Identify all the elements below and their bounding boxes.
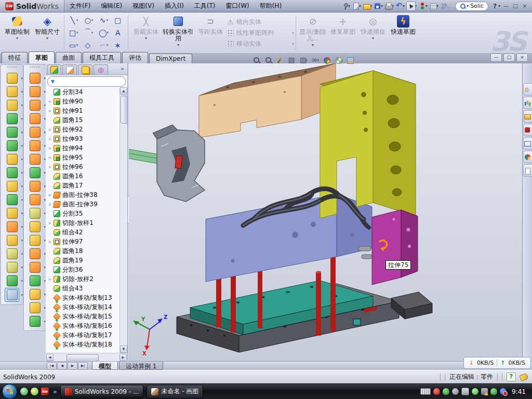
tree-item[interactable]: 拉伸91 bbox=[47, 106, 119, 115]
solidworks-quicklaunch-icon[interactable]: SW bbox=[41, 388, 49, 395]
expand-arrow-icon[interactable] bbox=[47, 145, 53, 151]
reference-geometry-icon[interactable]: ▾ bbox=[5, 234, 19, 247]
dropdown-caret-icon[interactable]: ▾ bbox=[76, 43, 78, 47]
tab-nav-button[interactable]: ◀ bbox=[57, 362, 67, 370]
dropdown-caret-icon[interactable]: ▾ bbox=[21, 130, 23, 135]
graphics-viewport[interactable]: Y Z X bbox=[129, 63, 522, 361]
hide-show-items-icon[interactable] bbox=[311, 56, 320, 65]
ribbon-button[interactable]: 显示/删除几... ▾ bbox=[298, 12, 328, 53]
expand-arrow-icon[interactable] bbox=[47, 99, 53, 104]
menu-item[interactable]: 工具(T) bbox=[189, 2, 221, 10]
tree-item[interactable]: 实体-移动/复制14 bbox=[47, 302, 119, 312]
taskbar-window-button[interactable]: 未命名 - 画图 bbox=[147, 385, 203, 398]
dropdown-caret-icon[interactable]: ▾ bbox=[21, 144, 23, 148]
sketch-tool-button[interactable]: ▢ ▾ bbox=[111, 14, 126, 26]
scroll-right-button[interactable]: ▶ bbox=[119, 354, 127, 361]
custom-properties-tab[interactable] bbox=[523, 164, 532, 177]
tree-item[interactable]: 拉伸94 bbox=[47, 143, 119, 153]
part-handle-rod[interactable] bbox=[129, 148, 161, 164]
select-icon[interactable] bbox=[406, 2, 416, 11]
start-button[interactable] bbox=[2, 384, 17, 399]
part-top-clamp-plate[interactable] bbox=[199, 63, 336, 138]
dropdown-caret-icon[interactable]: ▾ bbox=[91, 31, 94, 35]
sketch-tool-button[interactable]: □ ▾ bbox=[66, 26, 81, 39]
dropdown-caret-icon[interactable]: ▾ bbox=[21, 198, 23, 202]
view-settings-icon[interactable] bbox=[346, 56, 355, 65]
ribbon-stack-button[interactable]: 镜向实体 ▾ bbox=[227, 18, 294, 26]
tree-filter-box[interactable]: ▼ bbox=[47, 76, 126, 87]
help-caret-icon[interactable]: ▾ bbox=[498, 4, 500, 8]
dropdown-caret-icon[interactable]: ▾ bbox=[107, 43, 109, 47]
toolbar-grip[interactable] bbox=[7, 66, 17, 70]
dropdown-caret-icon[interactable]: ▾ bbox=[76, 18, 78, 22]
shell-icon[interactable]: ▾ bbox=[28, 234, 42, 247]
dropdown-caret-icon[interactable]: ▾ bbox=[21, 76, 23, 81]
tree-item[interactable]: 曲面-拉伸39 bbox=[47, 200, 119, 209]
dropdown-caret-icon[interactable]: ▾ bbox=[177, 43, 179, 47]
zoom-fit-icon[interactable] bbox=[252, 56, 261, 65]
dropdown-caret-icon[interactable]: ▾ bbox=[46, 36, 48, 41]
dropdown-caret-icon[interactable]: ▾ bbox=[21, 90, 23, 94]
lofted-surface-icon[interactable]: ▾ bbox=[28, 112, 42, 125]
tree-item[interactable]: 拉伸92 bbox=[47, 125, 119, 134]
dropdown-caret-icon[interactable]: ▾ bbox=[372, 36, 374, 41]
command-tab[interactable]: 模具工具 bbox=[83, 52, 121, 63]
quicklaunch-overflow-chevron[interactable]: » bbox=[53, 388, 57, 395]
offset-surface-icon[interactable]: ▾ bbox=[28, 166, 42, 179]
cut-icon[interactable]: ▾ bbox=[5, 139, 19, 152]
home-tab[interactable] bbox=[523, 83, 532, 96]
scroll-down-button[interactable]: ▼ bbox=[120, 345, 127, 353]
command-tab[interactable]: DimXpert bbox=[149, 54, 192, 63]
dropdown-caret-icon[interactable]: ▾ bbox=[76, 31, 78, 35]
tab-nav-button[interactable]: |◀ bbox=[47, 362, 57, 370]
tree-item[interactable]: 拉伸95 bbox=[47, 153, 119, 162]
menu-item[interactable]: 帮助(H) bbox=[255, 2, 287, 10]
green-arrow-tray-icon[interactable] bbox=[472, 388, 478, 395]
save-icon[interactable] bbox=[374, 2, 382, 10]
dropdown-caret-icon[interactable]: ▾ bbox=[21, 117, 23, 121]
messenger-icon[interactable] bbox=[20, 388, 28, 395]
sketch-tool-button[interactable]: ⌐ ▾ bbox=[96, 39, 111, 51]
tree-item[interactable]: 实体-移动/复制16 bbox=[47, 321, 119, 330]
sketch-tool-button[interactable]: ╲ ▾ bbox=[66, 14, 81, 26]
swept-boss-icon[interactable]: ▾ bbox=[5, 112, 19, 125]
dropdown-caret-icon[interactable]: ▾ bbox=[21, 252, 23, 256]
minimize-button[interactable]: — bbox=[502, 3, 510, 10]
configurationmanager-tab[interactable] bbox=[78, 64, 92, 75]
tree-item[interactable]: 切除-放样2 bbox=[47, 274, 119, 284]
keyboard-tray-icon[interactable] bbox=[420, 388, 431, 395]
solidworks-resources-tab[interactable] bbox=[523, 97, 532, 109]
expand-arrow-icon[interactable] bbox=[47, 239, 53, 244]
pin-icon[interactable] bbox=[341, 2, 349, 10]
dome-icon[interactable]: ▾ bbox=[28, 274, 42, 287]
rebuild-traffic-light-icon[interactable] bbox=[418, 2, 427, 10]
planar-surface-icon[interactable]: ▾ bbox=[28, 153, 42, 166]
tree-item[interactable]: 圆角19 bbox=[47, 256, 119, 265]
ribbon-button[interactable]: 草图绘制 ▾ bbox=[2, 12, 32, 53]
extruded-boss-icon[interactable]: ▾ bbox=[5, 72, 19, 85]
part-magenta-block[interactable] bbox=[372, 210, 418, 285]
combine-icon[interactable]: ▾ bbox=[5, 180, 19, 193]
dropdown-caret-icon[interactable]: ▾ bbox=[107, 18, 109, 22]
minimize-button[interactable]: — bbox=[490, 54, 502, 62]
tree-item[interactable]: 拉伸93 bbox=[47, 134, 119, 143]
sketch-tool-button[interactable]: ∗ ▾ bbox=[111, 39, 126, 51]
expand-arrow-icon[interactable] bbox=[47, 155, 53, 160]
filled-surface-icon[interactable]: ▾ bbox=[28, 139, 42, 152]
study-tab[interactable]: 模型 bbox=[92, 362, 118, 370]
view-palette-tab[interactable] bbox=[523, 137, 532, 150]
thicken-icon[interactable]: ▾ bbox=[28, 180, 42, 193]
filter-toolbar-label[interactable]: 沙.. bbox=[441, 2, 450, 10]
gear-tray-icon[interactable] bbox=[452, 388, 459, 395]
split-icon[interactable]: ▾ bbox=[5, 193, 19, 206]
featuremanager-tab[interactable] bbox=[47, 64, 61, 75]
tree-item[interactable]: 实体-移动/复制13 bbox=[47, 293, 119, 302]
tree-item[interactable]: 分割34 bbox=[47, 87, 119, 97]
sketch-tool-button[interactable]: A ▾ bbox=[111, 26, 126, 39]
tree-item[interactable]: 拉伸90 bbox=[47, 97, 119, 106]
tree-item[interactable]: 实体-移动/复制15 bbox=[47, 312, 119, 321]
tree-item[interactable]: 拉伸96 bbox=[47, 162, 119, 171]
extruded-cut-icon[interactable]: ▾ bbox=[5, 85, 19, 98]
dropdown-caret-icon[interactable]: ▾ bbox=[21, 225, 23, 229]
print-icon[interactable] bbox=[384, 2, 393, 10]
